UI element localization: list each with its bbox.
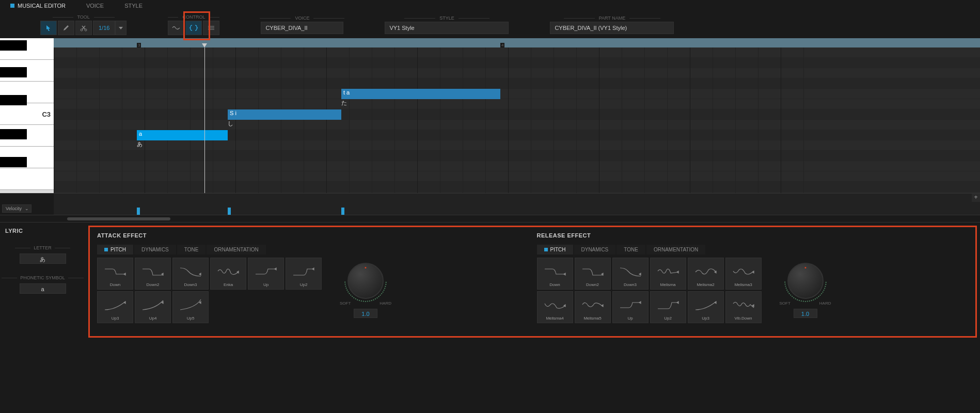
- note-block[interactable]: a: [137, 130, 228, 140]
- control-lines-icon[interactable]: [203, 21, 219, 35]
- note-lyric: あ: [137, 140, 143, 148]
- control-wave-icon[interactable]: [168, 21, 184, 35]
- preset-down2[interactable]: Down2: [575, 258, 611, 290]
- preset-vibdown[interactable]: Vib.Down: [725, 291, 762, 323]
- preset-enka[interactable]: Enka: [210, 258, 246, 290]
- release-title: RELEASE EFFECT: [537, 232, 969, 239]
- note-lyric: た: [341, 99, 347, 107]
- phonetic-input[interactable]: a: [20, 283, 66, 294]
- velocity-bar[interactable]: [341, 208, 344, 215]
- tab-musical-editor[interactable]: MUSICAL EDITOR: [0, 1, 76, 11]
- svg-point-1: [85, 29, 87, 31]
- preset-down2[interactable]: Down2: [135, 258, 171, 290]
- attack-tab-pitch[interactable]: PITCH: [97, 245, 133, 255]
- note-block[interactable]: S i: [228, 109, 341, 120]
- preset-melisma2[interactable]: Melisma2: [688, 258, 724, 290]
- tool-pencil[interactable]: [58, 21, 74, 35]
- effects-highlighted-area: ATTACK EFFECT PITCH DYNAMICS TONE ORNAME…: [88, 226, 977, 338]
- preset-down[interactable]: Down: [537, 258, 573, 290]
- release-knob-value[interactable]: 1.0: [794, 309, 817, 318]
- control-group-label: CONTROL: [182, 14, 205, 20]
- preset-melisma4[interactable]: Melisma4: [537, 291, 573, 323]
- preset-up5[interactable]: Up5: [172, 291, 209, 323]
- lyric-title: LYRIC: [5, 228, 80, 234]
- velocity-selector[interactable]: Velocity ⌄: [2, 204, 31, 213]
- tab-voice[interactable]: VOICE: [76, 1, 114, 11]
- key-c3-label: C3: [42, 110, 51, 118]
- quantize-value[interactable]: 1/16: [93, 21, 115, 35]
- timeline-ruler[interactable]: 3 4: [54, 38, 980, 47]
- release-tab-pitch[interactable]: PITCH: [537, 245, 573, 255]
- note-block[interactable]: t a: [341, 89, 500, 99]
- preset-up3[interactable]: Up3: [97, 291, 133, 323]
- release-tab-dynamics[interactable]: DYNAMICS: [574, 245, 616, 255]
- tool-scissors[interactable]: [75, 21, 92, 35]
- piano-keyboard[interactable]: C3: [0, 38, 54, 193]
- style-label: STYLE: [439, 15, 454, 21]
- preset-down[interactable]: Down: [97, 258, 133, 290]
- velocity-bar[interactable]: [137, 208, 140, 215]
- phonetic-label: PHONETIC SYMBOL: [20, 275, 65, 280]
- partname-field[interactable]: [550, 22, 674, 34]
- letter-input[interactable]: あ: [20, 253, 66, 264]
- attack-tab-dynamics[interactable]: DYNAMICS: [134, 245, 176, 255]
- quantize-dropdown[interactable]: [115, 21, 127, 35]
- velocity-bar[interactable]: [228, 208, 231, 215]
- voice-label: VOICE: [295, 15, 309, 21]
- bar-marker: 4: [500, 43, 504, 47]
- attack-tab-ornamentation[interactable]: ORNAMENTATION: [207, 245, 265, 255]
- voice-field[interactable]: [261, 22, 343, 34]
- piano-roll-grid[interactable]: t aたS iしaあ: [54, 47, 980, 193]
- preset-up4[interactable]: Up4: [135, 291, 171, 323]
- horizontal-scrollbar[interactable]: [67, 217, 170, 220]
- attack-knob[interactable]: [347, 263, 384, 299]
- attack-tab-tone[interactable]: TONE: [177, 245, 206, 255]
- add-lane-button[interactable]: +: [972, 194, 980, 202]
- playhead[interactable]: [204, 47, 205, 193]
- style-field[interactable]: [385, 22, 509, 34]
- svg-point-0: [81, 29, 83, 31]
- preset-down3[interactable]: Down3: [612, 258, 649, 290]
- tab-style[interactable]: STYLE: [114, 1, 153, 11]
- preset-up3[interactable]: Up3: [688, 291, 724, 323]
- preset-up2[interactable]: Up2: [286, 258, 322, 290]
- preset-up[interactable]: Up: [612, 291, 649, 323]
- bar-marker: 3: [137, 43, 141, 47]
- attack-title: ATTACK EFFECT: [97, 232, 529, 239]
- control-braces-icon[interactable]: [185, 21, 202, 35]
- preset-melisma[interactable]: Melisma: [650, 258, 686, 290]
- letter-label: LETTER: [34, 245, 52, 250]
- velocity-lane[interactable]: +: [54, 194, 980, 215]
- tool-group-label: TOOL: [77, 14, 90, 20]
- tool-arrow[interactable]: [40, 21, 57, 35]
- preset-up2[interactable]: Up2: [650, 291, 686, 323]
- preset-up[interactable]: Up: [248, 258, 284, 290]
- preset-down3[interactable]: Down3: [172, 258, 209, 290]
- note-lyric: し: [228, 120, 233, 128]
- release-knob[interactable]: [787, 263, 824, 299]
- release-tab-tone[interactable]: TONE: [617, 245, 645, 255]
- preset-melisma5[interactable]: Melisma5: [575, 291, 611, 323]
- attack-knob-value[interactable]: 1.0: [354, 309, 377, 318]
- release-tab-ornamentation[interactable]: ORNAMENTATION: [646, 245, 705, 255]
- preset-melisma3[interactable]: Melisma3: [725, 258, 762, 290]
- partname-label: PART NAME: [599, 15, 626, 21]
